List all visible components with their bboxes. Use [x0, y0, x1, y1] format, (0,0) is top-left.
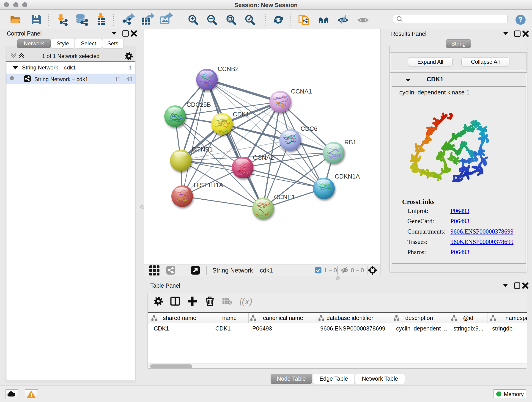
- svg-text:CDC25B: CDC25B: [186, 101, 211, 108]
- svg-text:f(x): f(x): [239, 296, 252, 306]
- svg-text:CCNA1: CCNA1: [291, 88, 312, 95]
- svg-text:HIST1H1A: HIST1H1A: [194, 182, 223, 189]
- svg-text:0 – 0: 0 – 0: [351, 267, 364, 274]
- svg-text:CCNE1: CCNE1: [274, 194, 295, 201]
- svg-text:CDC6: CDC6: [301, 125, 317, 132]
- svg-text:CDK1: CDK1: [233, 111, 249, 118]
- svg-text:String Network – cdk1: String Network – cdk1: [212, 267, 273, 274]
- svg-text:CDKN1A: CDKN1A: [335, 173, 360, 180]
- svg-text:CCNB2: CCNB2: [218, 65, 239, 72]
- svg-text:CCNB1: CCNB1: [192, 146, 213, 153]
- svg-text:1 – 0: 1 – 0: [324, 267, 337, 274]
- svg-text:RB1: RB1: [344, 139, 356, 146]
- svg-text:CCNA2: CCNA2: [253, 154, 274, 161]
- svg-text:?: ?: [519, 16, 523, 24]
